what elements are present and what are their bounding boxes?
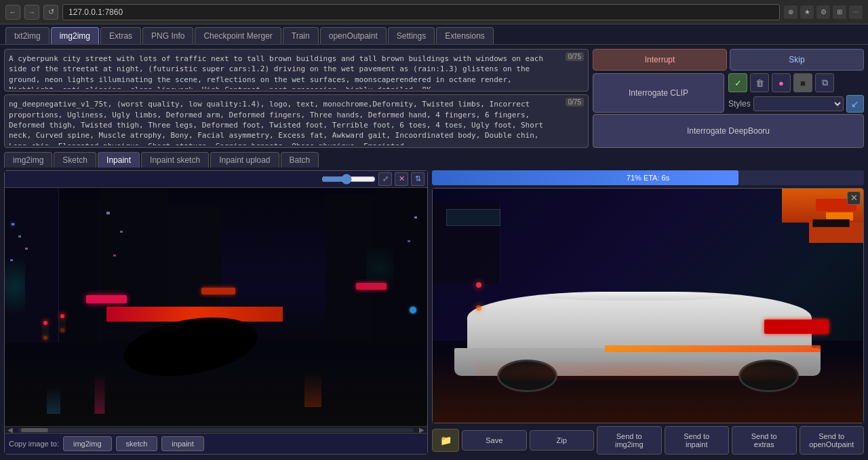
main-content: A cyberpunk city street with lots of tra… [0,45,868,459]
interrogate-clip-button[interactable]: Interrogate CLIP [593,73,724,113]
image-toolbar: ⤢ ✕ ⇅ [5,171,427,188]
extension-icon-2[interactable]: ★ [800,5,814,19]
tab-png-info[interactable]: PNG Info [142,27,193,44]
subtab-inpaint-sketch[interactable]: Inpaint sketch [141,152,209,168]
tab-extras[interactable]: Extras [100,27,141,44]
swap-icon[interactable]: ⇅ [411,172,425,186]
output-image [433,189,863,423]
positive-prompt-input[interactable]: A cyberpunk city street with lots of tra… [5,50,588,89]
tab-settings[interactable]: Settings [388,27,435,44]
horizontal-scrollbar[interactable]: ◀ ▶ [5,426,427,433]
send-to-inpaint-button[interactable]: Send to inpaint [665,426,730,455]
styles-label: Styles [728,99,751,109]
fullscreen-icon[interactable]: ⤢ [378,172,392,186]
send-to-openoutpaint-button[interactable]: Send to openOutpaint [800,426,865,455]
output-panel: 71% ETA: 6s ✕ [432,170,864,455]
refresh-button[interactable]: ↺ [43,5,58,20]
negative-counter: 0/75 [566,98,584,107]
subtab-sketch[interactable]: Sketch [54,152,96,168]
negative-prompt-box: ng_deepnegative_v1_75t, (worst quality, … [4,94,589,148]
copy-row: Copy image to: img2img sketch inpaint [5,433,427,454]
tab-extensions[interactable]: Extensions [436,27,494,44]
progress-text: 71% ETA: 6s [627,174,669,182]
progress-fill [432,170,738,185]
tab-train[interactable]: Train [283,27,319,44]
canvas-area[interactable] [5,188,427,426]
copy-icon[interactable]: ⧉ [815,73,834,92]
interrogate-deepbooru-button[interactable]: Interrogate DeepBooru [593,114,864,148]
subtab-inpaint[interactable]: Inpaint [98,152,140,168]
input-image-panel: ⤢ ✕ ⇅ [4,170,428,455]
app-tabs: txt2img img2img Extras PNG Info Checkpoi… [0,24,868,45]
top-area: A cyberpunk city street with lots of tra… [4,49,864,148]
scroll-thumb[interactable] [21,428,48,432]
positive-counter: 0/75 [566,52,584,61]
interrogate-row: Interrogate CLIP ✓ 🗑 ● ■ ⧉ Styles [593,73,864,113]
save-button[interactable]: Save [462,430,527,451]
skip-button[interactable]: Skip [730,49,864,71]
brush-size-slider[interactable] [321,174,376,185]
tab-txt2img[interactable]: txt2img [5,27,50,44]
forward-button[interactable]: → [24,5,39,20]
extension-icon-1[interactable]: ⊕ [784,5,797,19]
tab-openoutpaint[interactable]: openOutpaint [320,27,387,44]
pink-dot-icon[interactable]: ● [772,73,791,92]
bottom-area: ⤢ ✕ ⇅ [4,170,864,455]
subtab-batch[interactable]: Batch [281,152,319,168]
send-to-img2img-button[interactable]: Send to img2img [597,426,662,455]
styles-row: Styles ↙ [728,95,864,113]
black-square-icon[interactable]: ■ [793,73,812,92]
extension-icon-4[interactable]: ⊞ [833,5,846,19]
icon-row: ✓ 🗑 ● ■ ⧉ [728,73,864,92]
copy-label: Copy image to: [9,440,59,448]
trash-icon[interactable]: 🗑 [750,73,769,92]
back-button[interactable]: ← [5,5,20,20]
tab-img2img[interactable]: img2img [51,27,99,44]
output-close-button[interactable]: ✕ [847,191,861,205]
right-panel: Interrupt Skip Interrogate CLIP ✓ 🗑 ● ■ … [593,49,864,148]
browser-bar: ← → ↺ ⊕ ★ ⚙ ⊞ ⋯ [0,0,868,24]
subtab-img2img[interactable]: img2img [4,152,52,168]
interrupt-button[interactable]: Interrupt [593,49,727,71]
tab-checkpoint-merger[interactable]: Checkpoint Merger [195,27,281,44]
extension-icon-3[interactable]: ⚙ [816,5,830,19]
styles-select[interactable] [753,96,844,111]
positive-prompt-box: A cyberpunk city street with lots of tra… [4,49,589,92]
negative-prompt-input[interactable]: ng_deepnegative_v1_75t, (worst quality, … [5,95,588,145]
url-bar[interactable] [62,4,780,20]
scroll-track [18,428,414,432]
left-panel: A cyberpunk city street with lots of tra… [4,49,589,148]
city-background [5,188,427,426]
extension-icon-5[interactable]: ⋯ [849,5,863,19]
check-icon[interactable]: ✓ [728,73,747,92]
output-image-container: ✕ [432,188,864,423]
interrupt-skip-row: Interrupt Skip [593,49,864,71]
output-actions: 📁 Save Zip Send to img2img Send to inpai… [432,426,864,455]
copy-to-inpaint-button[interactable]: inpaint [161,436,203,451]
copy-to-img2img-button[interactable]: img2img [63,436,112,451]
sub-tabs: img2img Sketch Inpaint Inpaint sketch In… [4,152,864,168]
open-folder-button[interactable]: 📁 [432,429,459,452]
scroll-right-arrow[interactable]: ▶ [416,427,427,434]
progress-bar: 71% ETA: 6s [432,170,864,185]
zip-button[interactable]: Zip [530,430,595,451]
send-to-extras-button[interactable]: Send to extras [732,426,797,455]
close-icon[interactable]: ✕ [395,172,408,186]
styles-apply-button[interactable]: ↙ [846,95,864,113]
copy-to-sketch-button[interactable]: sketch [116,436,158,451]
subtab-inpaint-upload[interactable]: Inpaint upload [210,152,279,168]
scroll-left-arrow[interactable]: ◀ [5,427,16,434]
